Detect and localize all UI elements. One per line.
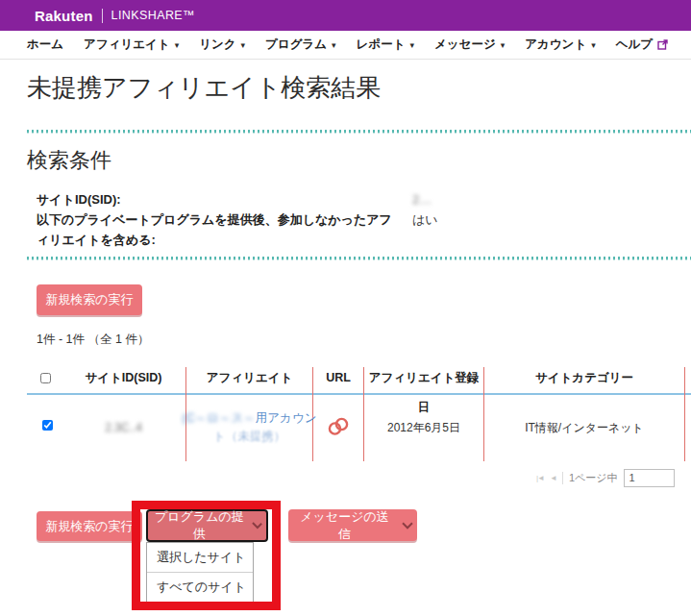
cell-registered-date: 2012年6月5日 <box>364 394 483 461</box>
offer-program-label: プログラムの提供 <box>154 508 245 543</box>
chevron-down-icon <box>501 38 506 52</box>
first-page-icon[interactable] <box>536 474 544 482</box>
column-header-category[interactable]: サイトカテゴリー <box>484 363 684 393</box>
chevron-down-icon <box>402 518 412 529</box>
redacted-row-sid: 2.3C..4 <box>105 421 142 434</box>
chevron-down-icon <box>175 38 180 52</box>
pagination-divider <box>562 472 563 484</box>
sid-value: 2… <box>412 189 432 209</box>
menu-item-selected-sites[interactable]: 選択したサイト <box>147 543 253 572</box>
logo-divider <box>102 9 103 23</box>
nav-help-label: ヘルプ <box>616 37 653 53</box>
offer-program-menu: 選択したサイト すべてのサイト <box>146 542 254 603</box>
redacted-affiliate-name: (C～ロ～ス～ <box>183 411 256 425</box>
linkshare-logo: LINKSHARE™ <box>111 9 195 22</box>
include-label: 以下のプライベートプログラムを提供後、参加しなかったアフィリエイトを含める: <box>37 209 396 250</box>
main-nav: ホーム アフィリエイト リンク プログラム レポート メッセージ アカウント ヘ… <box>0 31 691 60</box>
column-header-url[interactable]: URL <box>313 363 363 393</box>
nav-links[interactable]: リンク <box>199 37 245 53</box>
cell-sid: 2.3C..4 <box>62 394 185 461</box>
nav-affiliate[interactable]: アフィリエイト <box>84 37 179 53</box>
nav-reports[interactable]: レポート <box>357 37 414 53</box>
previous-page-icon[interactable] <box>550 474 556 482</box>
nav-account-label: アカウント <box>525 37 586 53</box>
pagination-label: 1ページ中 <box>569 471 618 485</box>
column-header-sid[interactable]: サイトID(SID) <box>62 363 185 393</box>
nav-programs-label: プログラム <box>265 37 327 53</box>
redacted-sid: 2… <box>412 192 432 207</box>
cell-url[interactable] <box>313 394 363 461</box>
sid-label: サイトID(SID): <box>37 189 121 209</box>
nav-messages-label: メッセージ <box>434 37 496 53</box>
column-divider <box>684 367 685 461</box>
page: Rakuten LINKSHARE™ ホーム アフィリエイト リンク プログラム… <box>0 0 691 616</box>
row-checkbox[interactable] <box>42 420 53 431</box>
chevron-down-icon <box>252 519 262 530</box>
chevron-down-icon <box>332 38 336 52</box>
send-message-dropdown-button[interactable]: メッセージの送信 <box>288 509 417 541</box>
nav-links-label: リンク <box>199 37 235 53</box>
offer-program-dropdown-button[interactable]: プログラムの提供 <box>146 509 268 542</box>
nav-affiliate-label: アフィリエイト <box>84 37 170 53</box>
chevron-down-icon <box>410 38 415 52</box>
affiliate-link-line2: ト（未提携） <box>213 428 285 446</box>
nav-help[interactable]: ヘルプ <box>616 37 668 53</box>
select-all-checkbox[interactable] <box>40 373 51 383</box>
column-header-affiliate[interactable]: アフィリエイト <box>186 363 312 393</box>
chevron-down-icon <box>591 38 596 52</box>
menu-item-all-sites[interactable]: すべてのサイト <box>147 572 253 602</box>
rakuten-logo: Rakuten <box>35 8 93 24</box>
dotted-divider <box>27 257 691 260</box>
brand-bar: Rakuten LINKSHARE™ <box>0 0 691 31</box>
external-link-icon <box>657 39 668 53</box>
nav-home[interactable]: ホーム <box>27 37 63 53</box>
nav-messages[interactable]: メッセージ <box>434 37 505 53</box>
nav-programs[interactable]: プログラム <box>265 37 336 53</box>
chevron-down-icon <box>241 38 246 52</box>
result-count: 1件 - 1件 （全 1 件） <box>37 332 149 348</box>
nav-account[interactable]: アカウント <box>525 37 596 53</box>
affiliate-name-tail: 用アカウン <box>256 411 317 425</box>
new-search-button-bottom[interactable]: 新規検索の実行 <box>37 511 142 541</box>
criteria-heading: 検索条件 <box>27 146 111 175</box>
logo[interactable]: Rakuten LINKSHARE™ <box>35 0 195 31</box>
page-title: 未提携アフィリエイト検索結果 <box>27 71 381 105</box>
cell-site-category: IT情報/インターネット <box>484 394 684 461</box>
dotted-divider <box>27 130 691 134</box>
column-header-registered[interactable]: アフィリエイト登録日 <box>364 363 483 393</box>
page-number-input[interactable]: 1 <box>624 469 675 487</box>
affiliate-link-line1[interactable]: (C～ロ～ス～用アカウン <box>183 409 317 428</box>
include-value: はい <box>412 209 438 230</box>
send-message-label: メッセージの送信 <box>294 508 395 543</box>
nav-home-label: ホーム <box>27 37 63 53</box>
nav-reports-label: レポート <box>357 37 406 53</box>
new-search-button-top[interactable]: 新規検索の実行 <box>37 284 142 315</box>
link-chain-icon[interactable] <box>326 416 351 440</box>
pagination: 1ページ中 1 <box>536 468 691 487</box>
cell-affiliate[interactable]: (C～ロ～ス～用アカウン ト（未提携） <box>186 394 312 461</box>
